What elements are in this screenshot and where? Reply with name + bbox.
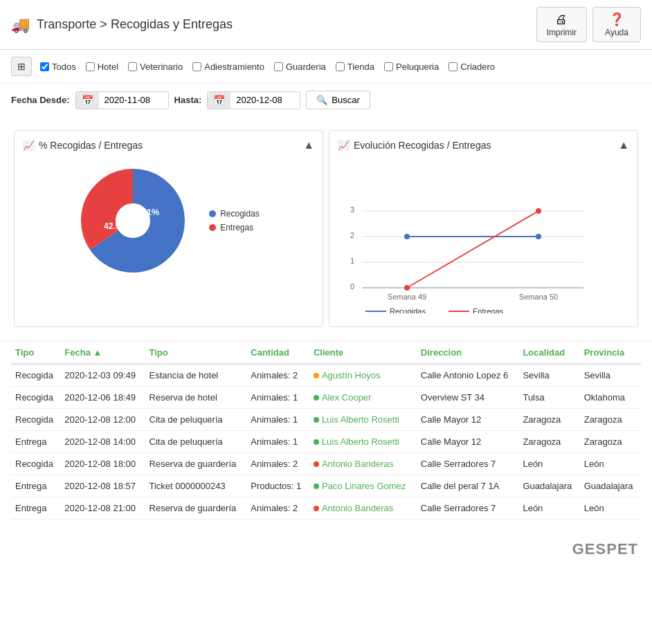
help-label: Ayuda [605, 28, 628, 37]
col-cliente[interactable]: Cliente [309, 342, 417, 364]
help-icon: ❓ [603, 12, 631, 27]
cell-cliente[interactable]: Alex Cooper [309, 387, 417, 409]
cell-direccion: Calle Mayor 12 [417, 409, 519, 431]
search-button[interactable]: 🔍 Buscar [306, 91, 370, 109]
cell-cantidad: Animales: 1 [246, 387, 309, 409]
checkbox-input-tienda[interactable] [336, 62, 345, 71]
header: 🚚 Transporte > Recogidas y Entregas 🖨 Im… [0, 0, 652, 50]
svg-point-1 [98, 186, 167, 255]
col-cantidad[interactable]: Cantidad [246, 342, 309, 364]
header-buttons: 🖨 Imprimir ❓ Ayuda [536, 7, 641, 42]
client-link[interactable]: Antonio Banderas [322, 459, 393, 469]
col-tipo2[interactable]: Tipo [145, 342, 247, 364]
table-row: Recogida2020-12-03 09:49Estancia de hote… [11, 364, 641, 387]
cell-tipo2: Reserva de guardería [145, 497, 247, 519]
cell-provincia: Zaragoza [580, 431, 641, 453]
checkbox-label-tienda: Tienda [347, 62, 374, 72]
checkbox-input-todos[interactable] [40, 62, 49, 71]
cell-cliente[interactable]: Antonio Banderas [309, 497, 417, 519]
date-from-cal-button[interactable]: 📅 [76, 92, 99, 109]
client-link[interactable]: Luis Alberto Rosetti [322, 414, 399, 425]
col-tipo1[interactable]: Tipo [11, 342, 60, 364]
client-status-dot [314, 395, 319, 401]
table-row: Recogida2020-12-06 18:49Reserva de hotel… [11, 387, 641, 409]
client-link[interactable]: Paco Linares Gomez [322, 481, 406, 491]
checkbox-todos[interactable]: Todos [40, 62, 76, 72]
checkbox-label-guarderia: Guarderia [286, 62, 326, 72]
checkbox-label-todos: Todos [52, 62, 76, 72]
cell-tipo2: Cita de peluquería [145, 431, 247, 453]
client-link[interactable]: Alex Cooper [322, 392, 372, 403]
cell-fecha: 2020-12-08 21:00 [60, 497, 145, 519]
svg-point-17 [536, 234, 541, 239]
cell-cantidad: Animales: 1 [246, 431, 309, 453]
svg-text:0: 0 [350, 282, 354, 291]
checkbox-input-guarderia[interactable] [274, 62, 283, 71]
checkbox-veterinario[interactable]: Veterinario [128, 62, 183, 72]
date-to-input[interactable] [230, 92, 300, 108]
date-from-input[interactable] [99, 92, 168, 108]
col-fecha[interactable]: Fecha ▲ [60, 342, 145, 364]
cell-localidad: Guadalajara [518, 475, 579, 497]
pie-chart-header: 📈 % Recogidas / Entregas ▲ [23, 139, 314, 151]
col-direccion[interactable]: Direccion [417, 342, 519, 364]
col-provincia[interactable]: Provincia [580, 342, 641, 364]
checkbox-hotel[interactable]: Hotel [86, 62, 118, 72]
cell-cliente[interactable]: Luis Alberto Rosetti [309, 409, 417, 431]
checkbox-peluqueria[interactable]: Peluqueria [384, 62, 439, 72]
col-localidad[interactable]: Localidad [518, 342, 579, 364]
brand-name: GESPET [572, 540, 638, 558]
svg-text:3: 3 [350, 205, 354, 214]
cell-cliente[interactable]: Antonio Banderas [309, 453, 417, 475]
client-status-dot [314, 484, 319, 489]
pie-chart-collapse-button[interactable]: ▲ [303, 139, 314, 151]
cell-tipo: Entrega [11, 431, 60, 453]
client-link[interactable]: Antonio Banderas [322, 503, 393, 513]
checkbox-guarderia[interactable]: Guarderia [274, 62, 326, 72]
table-area: Tipo Fecha ▲ Tipo Cantidad Cliente Direc… [0, 342, 652, 533]
trend-icon-line: 📈 [338, 140, 350, 151]
cell-fecha: 2020-12-08 18:00 [60, 453, 145, 475]
checkbox-adiestramiento[interactable]: Adiestramiento [192, 62, 264, 72]
cell-cantidad: Animales: 1 [246, 409, 309, 431]
checkbox-input-adiestramiento[interactable] [192, 62, 201, 71]
client-link[interactable]: Agustín Hoyos [322, 370, 381, 380]
svg-text:57.1%: 57.1% [134, 207, 160, 217]
client-link[interactable]: Luis Alberto Rosetti [322, 436, 399, 447]
legend-entregas-label: Entregas [220, 223, 253, 232]
legend-dot-entregas [209, 224, 216, 231]
checkbox-input-hotel[interactable] [86, 62, 95, 71]
footer-brand: GESPET [0, 533, 652, 565]
pie-chart-box: 📈 % Recogidas / Entregas ▲ 57.1% 42.9% R… [14, 130, 323, 327]
checkbox-label-adiestramiento: Adiestramiento [204, 62, 264, 72]
filter-bar: ⊞ TodosHotelVeterinarioAdiestramientoGua… [0, 50, 652, 84]
svg-line-18 [407, 211, 538, 288]
checkbox-tienda[interactable]: Tienda [336, 62, 374, 72]
grid-view-button[interactable]: ⊞ [11, 57, 32, 76]
cell-direccion: Calle Serradores 7 [417, 497, 519, 519]
date-to-cal-button[interactable]: 📅 [208, 92, 230, 109]
line-chart-collapse-button[interactable]: ▲ [618, 139, 629, 151]
checkbox-input-peluqueria[interactable] [384, 62, 393, 71]
table-header-row: Tipo Fecha ▲ Tipo Cantidad Cliente Direc… [11, 342, 641, 364]
client-status-dot [314, 439, 319, 445]
cell-cliente[interactable]: Agustín Hoyos [309, 364, 417, 387]
pie-chart-title: % Recogidas / Entregas [39, 140, 143, 151]
date-filter: Fecha Desde: 📅 Hasta: 📅 🔍 Buscar [0, 84, 652, 116]
cell-tipo2: Reserva de guardería [145, 453, 247, 475]
print-label: Imprimir [547, 28, 577, 37]
svg-text:42.9%: 42.9% [104, 221, 127, 231]
cell-cliente[interactable]: Paco Linares Gomez [309, 475, 417, 497]
checkbox-criadero[interactable]: Criadero [449, 62, 495, 72]
cell-tipo: Entrega [11, 475, 60, 497]
checkbox-input-veterinario[interactable] [128, 62, 137, 71]
help-button[interactable]: ❓ Ayuda [592, 7, 641, 42]
line-chart-header: 📈 Evolución Recogidas / Entregas ▲ [338, 139, 629, 151]
date-to-label: Hasta: [174, 95, 202, 105]
checkbox-group: TodosHotelVeterinarioAdiestramientoGuard… [40, 62, 495, 72]
checkbox-input-criadero[interactable] [449, 62, 458, 71]
search-label: Buscar [332, 95, 359, 105]
pie-chart-content: 57.1% 42.9% Recogidas Entregas [23, 158, 314, 283]
cell-cliente[interactable]: Luis Alberto Rosetti [309, 431, 417, 453]
print-button[interactable]: 🖨 Imprimir [536, 7, 587, 42]
